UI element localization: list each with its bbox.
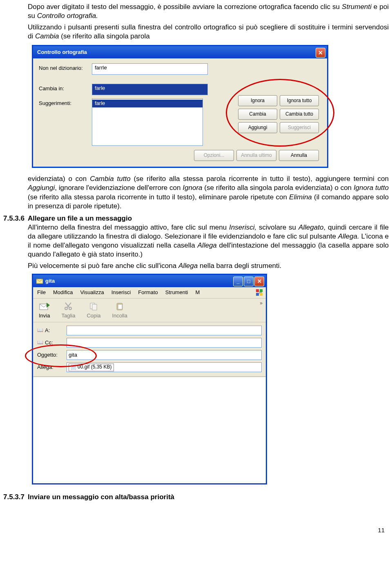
- mail-titlebar: gita _ □ ✕: [33, 275, 266, 287]
- send-icon: [39, 301, 50, 312]
- svg-rect-1: [256, 289, 259, 292]
- minimize-icon: _: [236, 278, 239, 285]
- page-number: 11: [3, 526, 389, 534]
- toolbar: Invia Taglia Copia Incolla »: [33, 299, 266, 322]
- menu-tools[interactable]: Strumenti: [165, 289, 188, 296]
- ignore-button[interactable]: Ignora: [238, 95, 277, 106]
- cc-label: 📖Cc:: [37, 339, 67, 346]
- envelope-icon: [36, 278, 43, 284]
- change-button[interactable]: Cambia: [238, 109, 277, 120]
- section-number: 7.5.3.6: [3, 214, 28, 223]
- minimize-button[interactable]: _: [233, 277, 243, 286]
- attachment-chip[interactable]: 00.gif (5,35 KB): [69, 364, 114, 371]
- toolbar-overflow[interactable]: »: [260, 300, 263, 307]
- change-to-field[interactable]: farle: [92, 84, 208, 95]
- svg-rect-13: [118, 304, 122, 309]
- section-heading: 7.5.3.6 Allegare un file a un messaggio: [3, 214, 389, 223]
- cancel-button[interactable]: Annulla: [279, 150, 319, 161]
- menu-format[interactable]: Formato: [138, 289, 158, 296]
- svg-rect-3: [256, 293, 259, 296]
- close-icon: ✕: [318, 49, 323, 56]
- mail-body[interactable]: [33, 377, 266, 483]
- dialog-title: Controllo ortografia: [37, 49, 87, 56]
- svg-rect-15: [72, 366, 75, 369]
- section-heading: 7.5.3.7 Inviare un messaggio con alta/ba…: [3, 493, 389, 502]
- menu-file[interactable]: File: [37, 289, 46, 296]
- close-icon: ✕: [257, 278, 262, 285]
- section-title: Allegare un file a un messaggio: [28, 214, 132, 223]
- change-all-button[interactable]: Cambia tutto: [280, 109, 319, 120]
- mail-compose-window: gita _ □ ✕ File Modifica Visualizza Inse…: [32, 274, 267, 484]
- add-button[interactable]: Aggiungi: [238, 122, 277, 133]
- to-label: 📖A:: [37, 327, 67, 334]
- copy-icon: [87, 301, 100, 312]
- paragraph: Più velocemente si può fare anche clic s…: [3, 261, 389, 270]
- close-button[interactable]: ✕: [254, 277, 264, 286]
- not-in-dict-field[interactable]: farrle: [92, 63, 208, 75]
- paragraph: evidenziata) o con Cambia tutto (se rife…: [3, 174, 389, 210]
- copy-button[interactable]: Copia: [87, 301, 100, 319]
- close-button[interactable]: ✕: [316, 48, 325, 58]
- windows-flag-icon: [255, 288, 263, 297]
- menu-insert[interactable]: Inserisci: [111, 289, 131, 296]
- suggest-button[interactable]: Suggerisci: [280, 122, 319, 133]
- menu-edit[interactable]: Modifica: [53, 289, 73, 296]
- dialog-titlebar: Controllo ortografia ✕: [33, 46, 327, 58]
- menu-view[interactable]: Visualizza: [80, 289, 104, 296]
- suggestion-item[interactable]: farle: [92, 100, 203, 107]
- section-number: 7.5.3.7: [3, 493, 28, 502]
- suggestions-list[interactable]: farle: [92, 98, 203, 146]
- paragraph: Dopo aver digitato il testo del messaggi…: [3, 2, 389, 20]
- attach-label: Allega:: [37, 364, 67, 371]
- maximize-button[interactable]: □: [244, 277, 254, 286]
- label-suggestions: Suggerimenti:: [39, 98, 92, 107]
- undo-last-button[interactable]: Annulla ultimo: [236, 150, 276, 161]
- subject-label: Oggetto:: [37, 352, 67, 359]
- paste-icon: [112, 301, 127, 312]
- label-change-to: Cambia in:: [39, 84, 92, 92]
- scissors-icon: [61, 301, 75, 312]
- svg-rect-11: [92, 304, 97, 310]
- svg-rect-2: [260, 289, 263, 292]
- svg-rect-4: [260, 293, 263, 296]
- address-book-icon: 📖: [37, 339, 43, 346]
- label-not-in-dict: Non nel dizionario:: [39, 63, 92, 72]
- cut-button[interactable]: Taglia: [61, 301, 75, 319]
- send-button[interactable]: Invia: [39, 301, 50, 319]
- cc-field[interactable]: [67, 338, 262, 348]
- attach-field[interactable]: 00.gif (5,35 KB): [67, 362, 262, 372]
- address-book-icon: 📖: [37, 327, 43, 334]
- mail-header-fields: 📖A: 📖Cc: Oggetto: gita Allega: 00: [33, 322, 266, 377]
- svg-point-16: [72, 366, 73, 367]
- paragraph: All'interno della finestra del messaggio…: [3, 223, 389, 259]
- ignore-all-button[interactable]: Ignora tutto: [280, 95, 319, 106]
- spellcheck-dialog: Controllo ortografia ✕ Non nel dizionari…: [32, 45, 328, 168]
- gif-file-icon: [71, 365, 76, 370]
- maximize-icon: □: [247, 278, 250, 285]
- menu-bar: File Modifica Visualizza Inserisci Forma…: [33, 287, 266, 299]
- paragraph: Utilizzando i pulsanti presenti sulla fi…: [3, 23, 389, 41]
- mail-title: gita: [45, 278, 55, 285]
- subject-field[interactable]: gita: [67, 350, 262, 360]
- options-button[interactable]: Opzioni...: [194, 150, 234, 161]
- paste-button[interactable]: Incolla: [112, 301, 127, 319]
- to-field[interactable]: [67, 326, 262, 335]
- section-title: Inviare un messaggio con alta/bassa prio…: [28, 493, 174, 502]
- menu-more-letter[interactable]: M: [195, 289, 200, 296]
